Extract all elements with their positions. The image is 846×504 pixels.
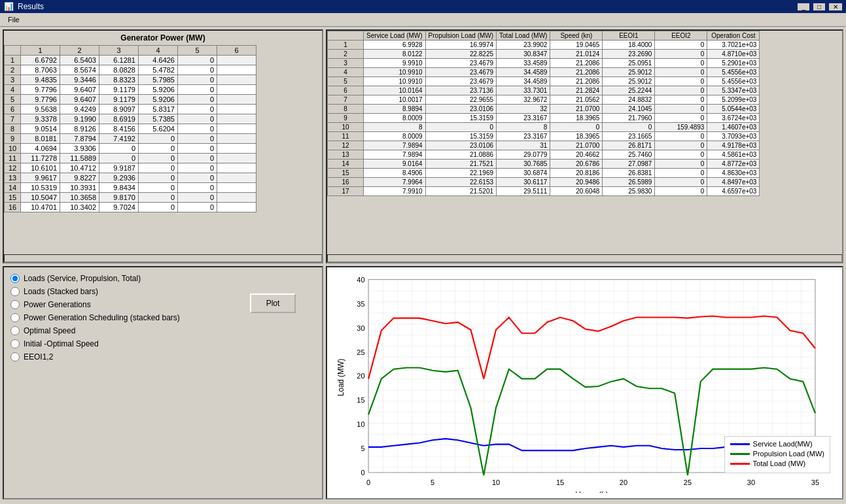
radio-input[interactable] <box>10 339 20 348</box>
cell: 7.8794 <box>60 134 99 144</box>
cell: 0 <box>178 144 217 154</box>
cell: 11.5889 <box>60 154 99 163</box>
cell: 9.9617 <box>21 173 60 183</box>
cell: 0 <box>178 75 217 85</box>
table-row: 127.989423.01063121.070026.817104.9178e+… <box>328 141 760 150</box>
radio-input[interactable] <box>10 326 20 335</box>
radio-input[interactable] <box>10 287 20 296</box>
cell <box>217 173 256 183</box>
cell: 10.5047 <box>21 193 60 203</box>
cell: 6.5403 <box>60 56 99 65</box>
cell: 0 <box>178 193 217 203</box>
row-index: 9 <box>5 134 21 144</box>
row-index: 4 <box>328 68 364 77</box>
cell: 0 <box>655 132 707 141</box>
radio-item[interactable]: Optimal Speed <box>10 326 180 335</box>
radio-input[interactable] <box>10 274 20 283</box>
radio-item[interactable]: Loads (Service, Propulsion, Total) <box>10 274 180 283</box>
legend-line <box>730 463 750 465</box>
cell: 0 <box>178 95 217 105</box>
close-button[interactable]: ✕ <box>829 3 842 10</box>
cell: 21.7521 <box>425 160 496 169</box>
cell: 4.9178e+03 <box>707 141 760 150</box>
cell: 0 <box>139 163 178 173</box>
cell: 21.2086 <box>550 77 603 86</box>
table-row: 1080800159.48931.4607e+03 <box>328 123 760 132</box>
cell: 9.4249 <box>60 105 99 114</box>
table-row: 49.77969.64079.11795.92060 <box>5 85 256 95</box>
cell: 0 <box>655 77 707 86</box>
cell: 9.7024 <box>99 203 139 212</box>
radio-item[interactable]: Loads (Stacked bars) <box>10 287 180 296</box>
cell: 0 <box>139 134 178 144</box>
table-row: 167.996422.615330.611720.948626.598904.8… <box>328 178 760 187</box>
svg-text:20: 20 <box>620 479 627 486</box>
cell <box>217 163 256 173</box>
cell: 0 <box>99 144 139 154</box>
cell: 10.4701 <box>21 203 60 212</box>
svg-text:5: 5 <box>431 479 434 486</box>
cell: 10.4712 <box>60 163 99 173</box>
radio-item[interactable]: EEOI1,2 <box>10 352 180 361</box>
radio-item[interactable]: Power Generation Scheduling (stacked bar… <box>10 313 180 322</box>
svg-text:30: 30 <box>357 324 364 331</box>
cell <box>217 124 256 134</box>
cell: 0 <box>655 50 707 59</box>
table-row: 1111.727811.5889000 <box>5 154 256 163</box>
table-row: 1410.531910.39319.843400 <box>5 183 256 193</box>
chart-legend: Service Laod(MW)Propulsion Load (MW)Tota… <box>724 436 830 473</box>
cell: 5.7985 <box>139 75 178 85</box>
generator-power-table: 1 2 3 4 5 6 16.67926.54036.12814.6426028… <box>4 45 256 212</box>
cell <box>217 56 256 65</box>
radio-label: Power Generations <box>24 300 91 309</box>
cell: 7.9894 <box>364 141 426 150</box>
app-icon: 📊 <box>4 2 14 11</box>
table-row: 79.33789.19908.69195.73850 <box>5 114 256 124</box>
generator-power-table-wrapper[interactable]: 1 2 3 4 5 6 16.67926.54036.12814.6426028… <box>4 45 322 254</box>
radio-input[interactable] <box>10 313 20 322</box>
cell: 23.3167 <box>497 114 550 123</box>
table-row: 118.000915.315923.316718.396523.166503.7… <box>328 132 760 141</box>
row-index: 15 <box>328 169 364 178</box>
col-header: Propulsion Load (MW) <box>425 31 496 41</box>
radio-input[interactable] <box>10 352 20 361</box>
cell <box>217 203 256 212</box>
cell: 5.4556e+03 <box>707 68 760 77</box>
radio-item[interactable]: Power Generations <box>10 300 180 309</box>
results-table-wrapper[interactable]: Service Load (MW)Propulsion Load (MW)Tot… <box>327 31 842 254</box>
table-row: 139.96179.82279.293600 <box>5 173 256 183</box>
cell: 26.8171 <box>603 141 655 150</box>
radio-input[interactable] <box>10 300 20 309</box>
cell: 30.7685 <box>497 160 550 169</box>
legend-label: Service Laod(MW) <box>753 440 813 448</box>
cell: 9.3446 <box>60 75 99 85</box>
cell: 5.9206 <box>139 85 178 95</box>
radio-item[interactable]: Initial -Optimal Speed <box>10 339 180 348</box>
cell: 5.6204 <box>139 124 178 134</box>
cell: 22.8225 <box>425 50 496 59</box>
cell: 0 <box>178 154 217 163</box>
cell: 18.3965 <box>550 114 603 123</box>
file-menu[interactable]: File <box>4 14 24 25</box>
cell: 4.8630e+03 <box>707 169 760 178</box>
cell: 5.8317 <box>139 105 178 114</box>
cell: 0 <box>139 154 178 163</box>
minimize-button[interactable]: _ <box>798 3 809 10</box>
cell: 9.8170 <box>99 193 139 203</box>
cell <box>217 154 256 163</box>
table-row: 39.991023.467933.458921.208625.095105.29… <box>328 59 760 68</box>
plot-button[interactable]: Plot <box>250 294 296 313</box>
cell: 10.0164 <box>364 86 426 95</box>
gen-power-scrollbar[interactable] <box>4 254 322 262</box>
cell: 8.5674 <box>60 65 99 75</box>
results-scrollbar[interactable] <box>327 254 842 262</box>
cell: 0 <box>655 150 707 160</box>
maximize-button[interactable]: □ <box>813 3 825 10</box>
row-index: 11 <box>328 132 364 141</box>
main-content: Generator Power (MW) 1 2 3 4 5 6 16.6792… <box>0 27 846 502</box>
table-row: 510.991023.467934.458921.208625.901205.4… <box>328 77 760 86</box>
cell: 23.4679 <box>425 68 496 77</box>
radio-label: Initial -Optimal Speed <box>24 339 99 348</box>
table-row: 98.01817.87947.419200 <box>5 134 256 144</box>
cell <box>217 65 256 75</box>
